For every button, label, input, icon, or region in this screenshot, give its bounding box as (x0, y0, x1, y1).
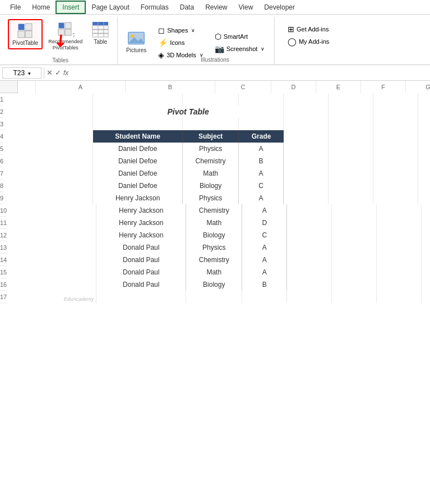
cell-d7[interactable]: A (239, 167, 284, 180)
dropdown-icon[interactable]: ▾ (28, 71, 31, 76)
menu-insert[interactable]: Insert (56, 1, 86, 14)
cell-g9[interactable] (373, 192, 418, 204)
insert-function-icon[interactable]: fx (63, 69, 68, 77)
cell-d13[interactable]: A (242, 241, 287, 254)
cell-e15[interactable] (287, 266, 332, 278)
cell-e10[interactable] (287, 204, 332, 217)
cell-d14[interactable]: A (242, 254, 287, 266)
shapes-button[interactable]: ◻ Shapes ∨ (155, 25, 207, 36)
cell-f15[interactable] (332, 266, 377, 278)
cell-c12[interactable]: Biology (186, 229, 242, 241)
cell-f10[interactable] (332, 204, 377, 217)
cell-a3[interactable] (3, 118, 93, 130)
cell-a1[interactable] (3, 93, 93, 106)
cell-f4[interactable] (329, 130, 373, 143)
cell-e8[interactable] (284, 180, 329, 192)
formula-input[interactable] (71, 69, 428, 77)
col-header-f[interactable]: F (361, 81, 406, 93)
cell-b6[interactable]: Daniel Defoe (93, 155, 183, 167)
cell-e16[interactable] (287, 278, 332, 291)
cell-g1[interactable] (373, 93, 418, 106)
cell-d6[interactable]: B (239, 155, 284, 167)
cancel-formula-icon[interactable]: ✕ (47, 68, 53, 77)
cell-a15[interactable] (7, 266, 96, 278)
3d-models-button[interactable]: ◈ 3D Models ∨ (155, 49, 207, 61)
menu-file[interactable]: File (4, 2, 26, 13)
cell-e6[interactable] (284, 155, 329, 167)
col-header-b[interactable]: B (126, 81, 215, 93)
cell-a13[interactable] (7, 241, 96, 254)
pictures-button[interactable]: Pictures (122, 28, 150, 56)
cell-d3[interactable] (239, 118, 284, 130)
cell-e1[interactable] (284, 93, 329, 106)
cell-e13[interactable] (287, 241, 332, 254)
cell-c10[interactable]: Chemistry (186, 204, 242, 217)
cell-f5[interactable] (329, 143, 373, 155)
menu-page-layout[interactable]: Page Layout (86, 2, 135, 13)
cell-g10[interactable] (377, 204, 422, 217)
menu-formulas[interactable]: Formulas (135, 2, 174, 13)
cell-f8[interactable] (329, 180, 373, 192)
cell-b16[interactable]: Donald Paul (96, 278, 186, 291)
cell-d15[interactable]: A (242, 266, 287, 278)
cell-f11[interactable] (332, 217, 377, 229)
cell-a16[interactable] (7, 278, 96, 291)
cell-b7[interactable]: Daniel Defoe (93, 167, 183, 180)
cell-d10[interactable]: A (242, 204, 287, 217)
recommended-pivottables-button[interactable]: ? RecommendedPivotTables (45, 19, 86, 53)
cell-e12[interactable] (287, 229, 332, 241)
cell-a14[interactable] (7, 254, 96, 266)
cell-g7[interactable] (373, 167, 418, 180)
cell-f17[interactable] (332, 291, 377, 303)
cell-b14[interactable]: Donald Paul (96, 254, 186, 266)
cell-f3[interactable] (329, 118, 373, 130)
my-addins-button[interactable]: ◯ My Add-ins (284, 36, 332, 47)
cell-d11[interactable]: D (242, 217, 287, 229)
cell-b9[interactable]: Henry Jackson (93, 192, 183, 204)
cell-b5[interactable]: Daniel Defoe (93, 143, 183, 155)
cell-g14[interactable] (377, 254, 422, 266)
cell-e5[interactable] (284, 143, 329, 155)
icons-button[interactable]: ⚡ Icons (155, 37, 207, 48)
cell-c6[interactable]: Chemistry (183, 155, 239, 167)
cell-e9[interactable] (284, 192, 329, 204)
cell-b15[interactable]: Donald Paul (96, 266, 186, 278)
cell-g4[interactable] (373, 130, 418, 143)
cell-e3[interactable] (284, 118, 329, 130)
cell-a2[interactable] (3, 106, 93, 118)
menu-data[interactable]: Data (174, 2, 200, 13)
col-header-d[interactable]: D (271, 81, 316, 93)
col-header-e[interactable]: E (316, 81, 361, 93)
cell-g17[interactable] (377, 291, 422, 303)
cell-a5[interactable] (3, 143, 93, 155)
cell-g5[interactable] (373, 143, 418, 155)
cell-c1[interactable] (183, 93, 239, 106)
cell-g11[interactable] (377, 217, 422, 229)
cell-b1[interactable] (93, 93, 183, 106)
cell-f6[interactable] (329, 155, 373, 167)
cell-g8[interactable] (373, 180, 418, 192)
cell-c7[interactable]: Math (183, 167, 239, 180)
cell-c15[interactable]: Math (186, 266, 242, 278)
menu-view[interactable]: View (233, 2, 259, 13)
get-addins-button[interactable]: ⊞ Get Add-ins (284, 24, 332, 35)
cell-c11[interactable]: Math (186, 217, 242, 229)
cell-b10[interactable]: Henry Jackson (96, 204, 186, 217)
cell-g13[interactable] (377, 241, 422, 254)
cell-b17[interactable] (96, 291, 186, 303)
cell-g2[interactable] (373, 106, 418, 118)
cell-a12[interactable] (7, 229, 96, 241)
cell-c9[interactable]: Physics (183, 192, 239, 204)
cell-f12[interactable] (332, 229, 377, 241)
cell-e4[interactable] (284, 130, 329, 143)
cell-f2[interactable] (329, 106, 373, 118)
pivottable-button[interactable]: ↑ PivotTable (8, 19, 43, 49)
col-header-g[interactable]: G (406, 81, 430, 93)
cell-d9[interactable]: A (239, 192, 284, 204)
cell-f13[interactable] (332, 241, 377, 254)
cell-e2[interactable] (284, 106, 329, 118)
cell-e17[interactable] (287, 291, 332, 303)
cell-c16[interactable]: Biology (186, 278, 242, 291)
cell-g15[interactable] (377, 266, 422, 278)
cell-g16[interactable] (377, 278, 422, 291)
